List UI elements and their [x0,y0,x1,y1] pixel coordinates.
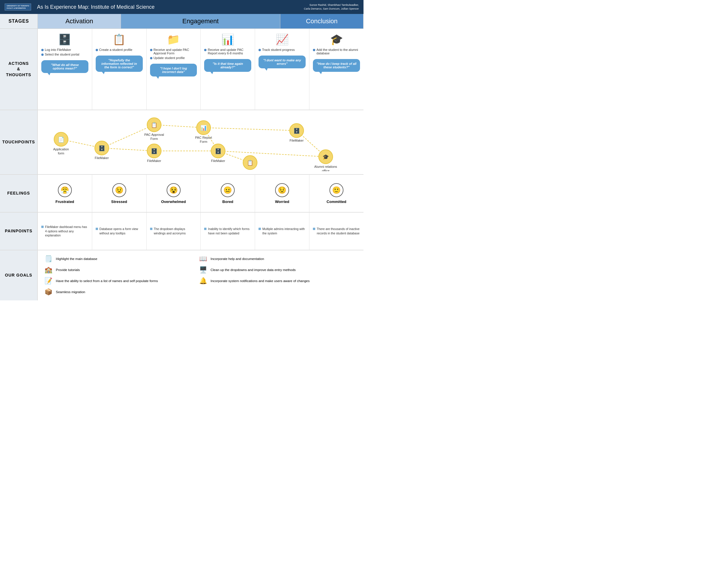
thought-bubble-2: "I hope I don't log incorrect data" [150,64,197,77]
painpoint-col-0: FileMaker dashboad menu has 4 options wi… [38,213,92,250]
tp-node-6: 📋Transfer ExaminationForm [235,155,265,171]
actions-row: ACTIONS&THOUGHTS 🗄️Log into FileMakerSel… [0,29,364,110]
svg-text:🎓: 🎓 [322,154,329,160]
painpoint-item-1: Database opens a form view without any t… [96,227,143,235]
goal-icon-2: 🏫 [44,266,53,274]
svg-text:🗄️: 🗄️ [294,128,300,134]
action-icon-4: 📈 [276,34,289,46]
feeling-label-5: Committed [326,200,346,204]
feeling-face-0: 😤 [58,183,72,197]
goal-text-2: Provide tutorials [56,268,80,272]
action-icon-0: 🗄️ [58,34,71,46]
action-item: Receive and update PAC Report every 6-8 … [204,48,251,55]
svg-text:📄: 📄 [58,136,65,143]
svg-text:📋: 📋 [151,122,157,128]
goal-icon-3: 🖥️ [198,266,208,274]
actions-col-3: 📊Receive and update PAC Report every 6-8… [201,29,255,110]
goal-text-1: Incorporate help and documentation [211,257,264,260]
page-title: As Is Experience Map: Institute of Medic… [37,4,304,10]
svg-line-2 [102,148,154,151]
feelings-label: FEELINGS [0,175,38,212]
stages-row: STAGES Activation Engagement Conclusion [0,14,364,29]
feeling-face-2: 😵 [167,183,180,197]
feeling-face-3: 😐 [221,183,235,197]
action-item: Track student progress [258,48,306,51]
stage-activation: Activation [38,14,121,28]
actions-col-4: 📈Track student progress"I dont want to m… [255,29,309,110]
goals-content: 🗒️Highlight the main database📖Incorporat… [38,250,364,300]
goal-item-1: 📖Incorporate help and documentation [198,255,349,262]
goal-item-0: 🗒️Highlight the main database [44,255,195,262]
header: UNIVERSITY OF TORONTO FACULTY of INFORMA… [0,0,364,14]
authors: Suroor Rashid, Shambhavi Tambulwadker, C… [304,3,359,10]
tp-node-2: 📋PAC ApprovalForm [144,118,164,141]
feeling-label-2: Overwhelmed [161,200,186,204]
goal-icon-0: 🗒️ [44,255,53,262]
svg-text:Transfer Examination: Transfer Examination [235,171,265,171]
action-item: Update student profile [150,56,197,60]
painpoint-item-3: Inability to identify which forms have n… [204,227,251,235]
svg-text:FileMaker: FileMaker [211,159,226,163]
painpoint-item-4: Multiple admins interacting with the sys… [258,227,306,235]
svg-text:📊: 📊 [200,125,207,131]
action-icon-5: 🎓 [330,34,343,46]
action-item: Add the student to the alumni database [313,48,360,55]
stage-engagement: Engagement [121,14,280,28]
logo-box: UNIVERSITY OF TORONTO FACULTY of INFORMA… [5,3,31,10]
actions-col-0: 🗄️Log into FileMakerSelect the student p… [38,29,92,110]
action-item: Receive and update PAC Approval Form [150,48,197,55]
feeling-label-1: Stressed [111,200,127,204]
action-item: Select the student portal [41,52,88,56]
goal-text-4: Have the ability to select from a list o… [56,279,158,283]
painpoints-row: PAINPOINTS FileMaker dashboad menu has 4… [0,213,364,250]
goal-icon-6: 📦 [44,288,53,296]
painpoint-item-5: There are thousands of inactive records … [313,227,360,235]
painpoints-label: PAINPOINTS [0,213,38,250]
svg-text:🗄️: 🗄️ [99,145,105,151]
goal-icon-1: 📖 [198,255,208,262]
svg-text:FileMaker: FileMaker [147,159,162,163]
svg-text:📋: 📋 [247,160,254,166]
svg-text:🗄️: 🗄️ [151,148,157,154]
svg-line-9 [218,151,326,157]
goal-item-6: 📦Seamless migration [44,288,195,296]
goal-icon-4: 📝 [44,277,53,285]
svg-text:Form: Form [150,137,158,141]
goal-text-6: Seamless migration [56,290,85,294]
touchpoints-row: TOUCHPOINTS 📄Applicationform🗄️FileMaker📋… [0,110,364,175]
svg-text:Alumni relations: Alumni relations [314,165,337,168]
goal-item-3: 🖥️Clean up the dropdowns and improve dat… [198,266,349,274]
goals-label: OUR GOALS [0,250,38,300]
feeling-col-3: 😐Bored [201,175,255,212]
stages-label: STAGES [0,14,38,28]
action-icon-2: 📁 [167,34,180,46]
goal-text-0: Highlight the main database [56,257,98,260]
feeling-face-4: 😟 [275,183,289,197]
goal-text-5: Incorporate system notifications and mak… [211,279,310,283]
thought-bubble-1: "Hopefully the information reflected in … [96,56,143,72]
actions-label: ACTIONS&THOUGHTS [0,29,38,110]
goal-icon-5: 🔔 [198,277,208,285]
svg-text:FileMaker: FileMaker [290,139,304,142]
action-icon-1: 📋 [112,34,126,46]
tp-node-1: 🗄️FileMaker [95,141,109,160]
svg-line-7 [204,128,297,130]
feelings-content: 😤Frustrated😟Stressed😵Overwhelmed😐Bored😟W… [38,175,364,212]
feeling-label-4: Worried [275,200,290,204]
feeling-col-2: 😵Overwhelmed [147,175,201,212]
painpoint-item-2: The dropdown displays windings and acron… [150,227,197,235]
actions-col-2: 📁Receive and update PAC Approval FormUpd… [147,29,201,110]
svg-text:PAC Report: PAC Report [195,136,212,139]
feeling-col-0: 😤Frustrated [38,175,92,212]
feeling-col-1: 😟Stressed [92,175,147,212]
goal-item-2: 🏫Provide tutorials [44,266,195,274]
thought-bubble-3: "Is it that time again already?" [204,59,251,72]
feeling-col-5: 🙂Committed [309,175,364,212]
painpoint-col-3: Inability to identify which forms have n… [201,213,255,250]
logo: UNIVERSITY OF TORONTO FACULTY of INFORMA… [5,3,31,10]
thought-bubble-4: "I dont want to make any errors" [258,56,306,68]
tp-node-0: 📄Applicationform [53,132,69,155]
thought-bubble-5: "How do I keep track of all these studen… [313,59,360,72]
svg-text:form: form [58,151,64,155]
feeling-col-4: 😟Worried [255,175,309,212]
